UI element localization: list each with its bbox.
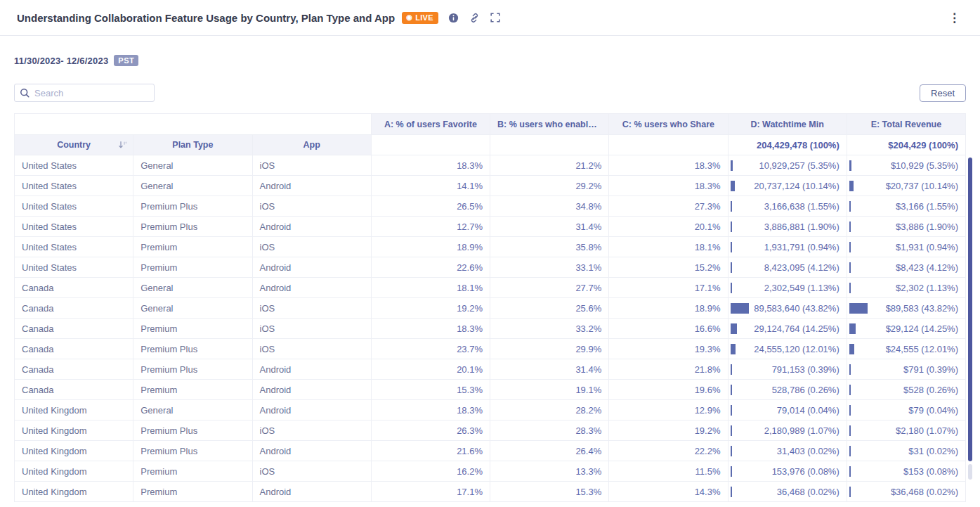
cell-app: Android	[252, 257, 371, 278]
table-row: United KingdomPremium PlusAndroid21.6%26…	[15, 441, 966, 461]
cell-share-pct: 17.1%	[609, 278, 728, 298]
cell-plan-type: General	[133, 155, 252, 176]
value-bar	[849, 222, 851, 232]
table-row: United KingdomGeneralAndroid18.3%28.2%12…	[15, 400, 966, 421]
cell-watchtime: 36,468 (0.02%)	[728, 482, 847, 502]
cell-notifications-pct: 28.2%	[490, 400, 609, 421]
blank-cell	[371, 135, 490, 155]
cell-notifications-pct: 27.7%	[490, 278, 609, 298]
column-header-app[interactable]: App	[252, 135, 371, 155]
cell-watchtime: 528,786 (0.26%)	[728, 380, 847, 400]
column-header-notifications[interactable]: B: % users who enable no...	[490, 114, 609, 135]
column-header-favorite[interactable]: A: % of users Favorite	[371, 114, 490, 135]
column-header-revenue[interactable]: E: Total Revenue	[847, 114, 965, 135]
reset-button[interactable]: Reset	[920, 84, 966, 102]
cell-revenue: $29,124 (14.25%)	[847, 319, 965, 339]
controls-row: Reset	[14, 84, 966, 102]
cell-plan-type: General	[133, 176, 252, 196]
cell-share-pct: 18.1%	[609, 237, 728, 257]
header-icons	[448, 13, 500, 23]
cell-favorite-pct: 18.1%	[371, 278, 490, 298]
cell-favorite-pct: 21.6%	[371, 441, 490, 461]
cell-country: United Kingdom	[15, 461, 133, 482]
value-bar	[731, 364, 732, 375]
vertical-scrollbar-thumb[interactable]	[968, 158, 972, 461]
cell-watchtime: 24,555,120 (12.01%)	[728, 339, 847, 359]
column-header-plan-type[interactable]: Plan Type	[133, 135, 252, 155]
cell-notifications-pct: 31.4%	[490, 217, 609, 237]
value-bar	[731, 201, 732, 212]
value-bar	[731, 303, 749, 314]
value-bar	[849, 364, 851, 375]
cell-share-pct: 14.3%	[609, 482, 728, 502]
country-header-label: Country	[57, 140, 91, 150]
cell-notifications-pct: 26.4%	[490, 441, 609, 461]
cell-revenue: $31 (0.02%)	[847, 441, 965, 461]
cell-share-pct: 19.6%	[609, 380, 728, 400]
search-input[interactable]	[14, 84, 155, 102]
value-bar	[731, 405, 732, 416]
cell-watchtime: 3,166,638 (1.55%)	[728, 196, 847, 217]
cell-notifications-pct: 29.9%	[490, 339, 609, 359]
cell-country: Canada	[15, 319, 133, 339]
table-row: CanadaPremium PlusiOS23.7%29.9%19.3%24,5…	[15, 339, 966, 359]
cell-revenue: $1,931 (0.94%)	[847, 237, 965, 257]
cell-plan-type: General	[133, 278, 252, 298]
column-header-watchtime[interactable]: D: Watchtime Min	[728, 114, 847, 135]
expand-icon[interactable]	[490, 13, 500, 23]
cell-revenue: $20,737 (10.14%)	[847, 176, 965, 196]
link-icon[interactable]	[469, 13, 480, 23]
cell-favorite-pct: 26.3%	[371, 421, 490, 441]
column-header-country[interactable]: Country	[15, 135, 133, 155]
value-bar	[849, 323, 856, 334]
cell-watchtime: 29,124,764 (14.25%)	[728, 319, 847, 339]
cell-app: Android	[252, 441, 371, 461]
column-header-share[interactable]: C: % users who Share	[609, 114, 728, 135]
cell-watchtime: 10,929,257 (5.35%)	[728, 155, 847, 176]
cell-plan-type: Premium	[133, 380, 252, 400]
kebab-menu-icon[interactable]: ⋮	[944, 11, 965, 25]
cell-plan-type: Premium Plus	[133, 359, 252, 380]
value-bar	[731, 283, 732, 293]
table-row: United StatesPremiumiOS18.9%35.8%18.1%1,…	[15, 237, 966, 257]
cell-plan-type: Premium	[133, 237, 252, 257]
cell-country: United States	[15, 176, 133, 196]
live-badge: ◉ LIVE	[402, 12, 438, 24]
info-icon[interactable]	[448, 13, 459, 23]
cell-watchtime: 2,180,989 (1.07%)	[728, 421, 847, 441]
value-bar	[731, 425, 732, 436]
cell-revenue: $79 (0.04%)	[847, 400, 965, 421]
cell-app: Android	[252, 359, 371, 380]
cell-app: Android	[252, 400, 371, 421]
cell-app: iOS	[252, 196, 371, 217]
cell-favorite-pct: 18.3%	[371, 155, 490, 176]
cell-favorite-pct: 14.1%	[371, 176, 490, 196]
value-bar	[731, 160, 733, 171]
cell-share-pct: 27.3%	[609, 196, 728, 217]
cell-revenue: $153 (0.08%)	[847, 461, 965, 482]
cell-favorite-pct: 18.3%	[371, 319, 490, 339]
sort-descending-icon[interactable]	[117, 140, 128, 153]
value-bar	[849, 466, 851, 477]
cell-country: United States	[15, 196, 133, 217]
cell-notifications-pct: 34.8%	[490, 196, 609, 217]
cell-favorite-pct: 26.5%	[371, 196, 490, 217]
cell-revenue: $24,555 (12.01%)	[847, 339, 965, 359]
cell-app: iOS	[252, 155, 371, 176]
cell-revenue: $89,583 (43.82%)	[847, 298, 965, 319]
cell-notifications-pct: 25.6%	[490, 298, 609, 319]
value-bar	[849, 446, 851, 456]
cell-app: iOS	[252, 421, 371, 441]
cell-revenue: $2,302 (1.13%)	[847, 278, 965, 298]
cell-plan-type: Premium Plus	[133, 339, 252, 359]
cell-plan-type: Premium	[133, 461, 252, 482]
cell-watchtime: 1,931,791 (0.94%)	[728, 237, 847, 257]
cell-notifications-pct: 33.2%	[490, 319, 609, 339]
date-row: 11/30/2023- 12/6/2023 PST	[14, 55, 966, 66]
cell-plan-type: Premium	[133, 482, 252, 502]
live-dot-icon: ◉	[406, 14, 412, 21]
table-row: CanadaPremiumiOS18.3%33.2%16.6%29,124,76…	[15, 319, 966, 339]
cell-country: Canada	[15, 278, 133, 298]
group-header-row: Country Plan Type App 204,429,478 (100%)…	[15, 135, 966, 155]
cell-share-pct: 15.2%	[609, 257, 728, 278]
